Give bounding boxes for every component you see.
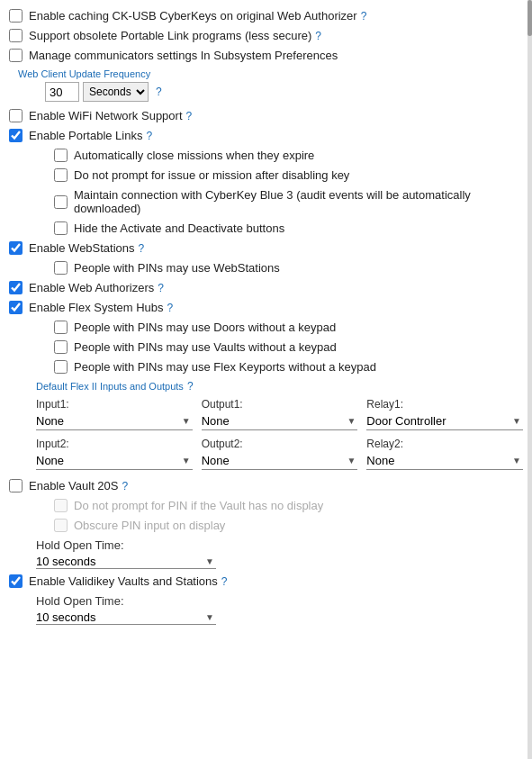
output1-dropdown[interactable]: None ▼ [202,412,358,430]
enable-webstations-label: Enable WebStations [29,241,135,255]
output2-label: Output2: [202,438,358,450]
enable-validikey-help[interactable]: ? [221,575,228,588]
obscure-pin-label: Obscure PIN input on display [74,519,225,532]
vault-hold-open-dropdown[interactable]: 10 seconds 20 seconds 30 seconds ▼ [36,555,216,569]
web-client-label: Web Client Update Frequency [18,68,523,79]
hide-activate-checkbox[interactable] [54,221,68,235]
enable-flex-hubs-checkbox[interactable] [9,301,23,314]
relay1-select[interactable]: Door Controller None [366,414,523,428]
relay2-label: Relay2: [366,438,523,450]
input1-dropdown[interactable]: None ▼ [36,412,193,430]
enable-wifi-label: Enable WiFi Network Support [29,109,183,122]
people-pins-doors-label: People with PINs may use Doors without a… [74,321,336,334]
do-not-prompt-issue-checkbox[interactable] [54,168,68,182]
people-pins-keyports-row: People with PINs may use Flex Keyports w… [54,360,523,374]
enable-validikey-label: Enable Validikey Vaults and Stations [29,574,218,588]
relay2-group: Relay2: None ▼ [366,438,523,470]
enable-web-authorizers-label: Enable Web Authorizers [29,281,154,294]
web-client-group: Web Client Update Frequency Seconds Minu… [18,68,523,102]
input2-label: Input2: [36,438,193,450]
web-client-row: Seconds Minutes Hours ? [45,82,523,102]
enable-portable-links-help[interactable]: ? [146,130,152,142]
maintain-connection-checkbox[interactable] [54,195,68,209]
support-obsolete-row: Support obsolete Portable Link programs … [9,29,523,42]
output1-group: Output1: None ▼ [202,398,358,430]
enable-webstations-help[interactable]: ? [139,242,145,255]
enable-flex-hubs-row: Enable Flex System Hubs ? [9,301,523,314]
manage-communicators-label: Manage communicators settings In Subsyst… [29,49,338,62]
people-pins-doors-row: People with PINs may use Doors without a… [54,321,523,334]
enable-vault-20s-checkbox[interactable] [9,479,23,492]
enable-portable-links-label: Enable Portable Links [29,129,142,142]
inputs-grid: Input1: None ▼ Output1: None ▼ Relay1: [36,398,523,470]
do-not-prompt-pin-row: Do not prompt for PIN if the Vault has n… [54,499,523,512]
validikey-hold-open-select[interactable]: 10 seconds 20 seconds 30 seconds [36,610,216,624]
people-pins-vaults-row: People with PINs may use Vaults without … [54,340,523,354]
output2-group: Output2: None ▼ [202,438,358,470]
validikey-hold-open-label: Hold Open Time: [36,594,523,608]
output1-select[interactable]: None [202,414,358,428]
auto-close-missions-label: Automatically close missions when they e… [74,149,314,162]
output2-select[interactable]: None [202,454,358,467]
support-obsolete-help[interactable]: ? [315,30,321,42]
enable-wifi-row: Enable WiFi Network Support ? [9,109,523,122]
input1-select[interactable]: None [36,414,193,428]
enable-vault-20s-row: Enable Vault 20S ? [9,479,523,492]
output1-label: Output1: [202,398,358,411]
people-pins-webstations-checkbox[interactable] [54,261,68,275]
do-not-prompt-pin-label: Do not prompt for PIN if the Vault has n… [74,499,323,512]
manage-communicators-checkbox[interactable] [9,49,23,62]
enable-flex-hubs-label: Enable Flex System Hubs [29,301,164,314]
people-pins-keyports-label: People with PINs may use Flex Keyports w… [74,360,376,374]
enable-caching-label: Enable caching CK-USB CyberKeys on origi… [29,9,357,23]
enable-portable-links-row: Enable Portable Links ? [9,129,523,142]
web-client-unit-select[interactable]: Seconds Minutes Hours [83,82,149,102]
input1-label: Input1: [36,398,193,411]
enable-vault-20s-label: Enable Vault 20S [29,479,119,492]
relay1-dropdown[interactable]: Door Controller None ▼ [366,412,523,430]
obscure-pin-row: Obscure PIN input on display [54,519,523,532]
input2-select[interactable]: None [36,454,193,467]
enable-caching-help[interactable]: ? [361,10,367,23]
output2-dropdown[interactable]: None ▼ [202,452,358,470]
hide-activate-row: Hide the Activate and Deactivate buttons [54,221,523,235]
enable-web-authorizers-help[interactable]: ? [158,282,164,294]
enable-web-authorizers-checkbox[interactable] [9,281,23,294]
enable-flex-hubs-help[interactable]: ? [167,302,174,314]
people-pins-webstations-label: People with PINs may use WebStations [74,261,280,275]
relay2-select[interactable]: None [366,454,523,467]
support-obsolete-checkbox[interactable] [9,29,23,42]
people-pins-doors-checkbox[interactable] [54,321,68,334]
input1-group: Input1: None ▼ [36,398,193,430]
enable-portable-links-checkbox[interactable] [9,129,23,142]
enable-validikey-checkbox[interactable] [9,574,23,588]
hide-activate-label: Hide the Activate and Deactivate buttons [74,221,284,235]
enable-vault-20s-help[interactable]: ? [122,480,129,492]
validikey-hold-open-dropdown[interactable]: 10 seconds 20 seconds 30 seconds ▼ [36,610,216,625]
flex-inputs-label: Default Flex II Inputs and Outputs ? [36,380,523,393]
flex-inputs-help[interactable]: ? [187,380,194,393]
enable-webstations-checkbox[interactable] [9,241,23,255]
vault-hold-open-label: Hold Open Time: [36,538,523,552]
people-pins-vaults-checkbox[interactable] [54,340,68,354]
vault-hold-open-select[interactable]: 10 seconds 20 seconds 30 seconds [36,555,216,568]
input2-dropdown[interactable]: None ▼ [36,452,193,470]
do-not-prompt-issue-label: Do not prompt for issue or mission after… [74,168,349,182]
input2-group: Input2: None ▼ [36,438,193,470]
flex-inputs-section: Default Flex II Inputs and Outputs ? Inp… [36,380,523,470]
relay1-label: Relay1: [366,398,523,411]
enable-validikey-row: Enable Validikey Vaults and Stations ? [9,574,523,588]
enable-wifi-help[interactable]: ? [186,110,193,122]
enable-wifi-checkbox[interactable] [9,109,23,122]
relay1-group: Relay1: Door Controller None ▼ [366,398,523,430]
people-pins-keyports-checkbox[interactable] [54,360,68,374]
relay2-dropdown[interactable]: None ▼ [366,452,523,470]
web-client-value-input[interactable] [45,82,79,102]
auto-close-missions-checkbox[interactable] [54,149,68,162]
enable-webstations-row: Enable WebStations ? [9,241,523,255]
enable-web-authorizers-row: Enable Web Authorizers ? [9,281,523,294]
web-client-help[interactable]: ? [156,86,162,98]
obscure-pin-checkbox [54,519,68,532]
enable-caching-checkbox[interactable] [9,9,23,23]
manage-communicators-row: Manage communicators settings In Subsyst… [9,49,523,62]
